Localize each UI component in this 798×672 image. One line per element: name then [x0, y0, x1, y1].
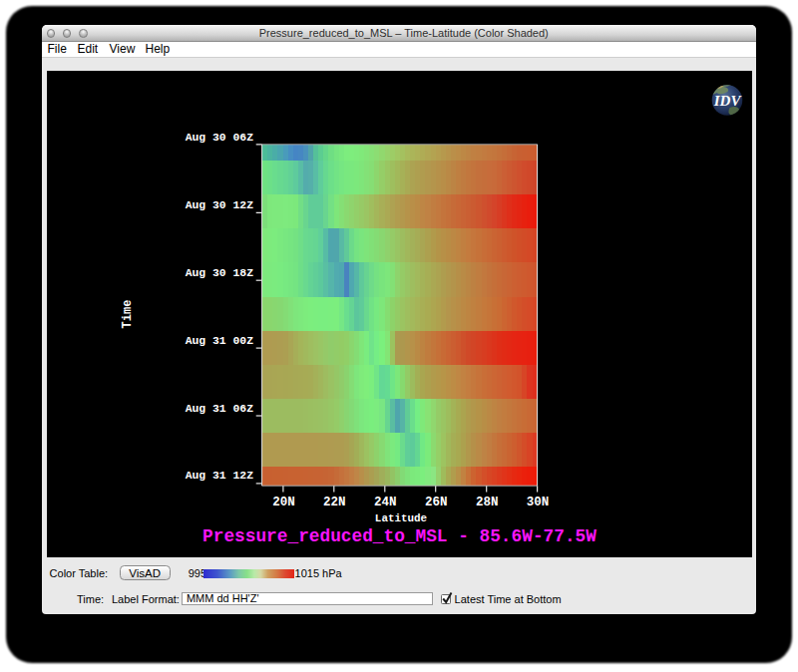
- svg-text:Latitude: Latitude: [374, 512, 426, 524]
- svg-text:Pressure_reduced_to_MSL - 85.6: Pressure_reduced_to_MSL - 85.6W-77.5W: [202, 526, 597, 546]
- svg-text:Aug 30 12Z: Aug 30 12Z: [185, 199, 253, 211]
- svg-text:Aug 31 06Z: Aug 31 06Z: [185, 403, 253, 415]
- svg-text:IDV: IDV: [712, 93, 742, 109]
- svg-text:Aug 31 12Z: Aug 31 12Z: [185, 470, 253, 482]
- svg-text:Aug 31 00Z: Aug 31 00Z: [185, 335, 253, 347]
- svg-text:Time: Time: [120, 300, 134, 329]
- svg-text:20N: 20N: [272, 496, 295, 509]
- svg-text:24N: 24N: [374, 496, 397, 509]
- svg-text:26N: 26N: [424, 496, 447, 509]
- svg-text:28N: 28N: [475, 496, 498, 509]
- svg-text:Aug 30 18Z: Aug 30 18Z: [185, 267, 253, 279]
- svg-text:30N: 30N: [526, 496, 549, 509]
- svg-text:22N: 22N: [323, 496, 346, 509]
- svg-text:Aug 30 06Z: Aug 30 06Z: [185, 132, 253, 144]
